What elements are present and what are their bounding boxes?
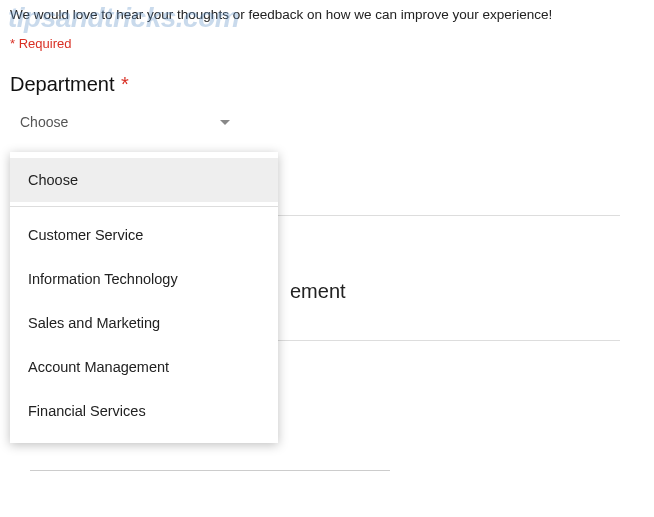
option-information-technology[interactable]: Information Technology [10, 257, 278, 301]
department-dropdown: Choose Customer Service Information Tech… [10, 152, 278, 443]
dropdown-separator [10, 206, 278, 207]
select-value: Choose [20, 114, 68, 130]
form-intro: We would love to hear your thoughts or f… [10, 6, 552, 25]
required-indicator: * Required [10, 36, 654, 51]
department-select[interactable]: Choose [10, 106, 240, 138]
option-account-management[interactable]: Account Management [10, 345, 278, 389]
option-sales-marketing[interactable]: Sales and Marketing [10, 301, 278, 345]
question-label: Department [10, 73, 115, 95]
input-underline [30, 470, 390, 471]
obscured-label-fragment: ement [290, 280, 346, 303]
option-choose[interactable]: Choose [10, 158, 278, 202]
question-department: Department * Choose [10, 73, 644, 138]
chevron-down-icon [220, 120, 230, 125]
required-star: * [121, 73, 129, 95]
option-financial-services[interactable]: Financial Services [10, 389, 278, 433]
option-customer-service[interactable]: Customer Service [10, 213, 278, 257]
